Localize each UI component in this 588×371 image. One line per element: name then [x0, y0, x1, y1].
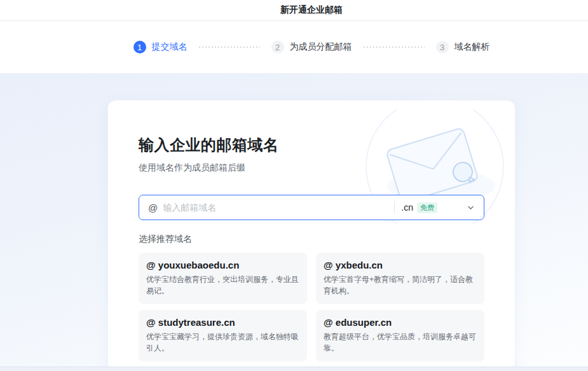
page: 新开通企业邮箱 1 提交域名 2 为成员分配邮箱 3 域名解析: [0, 0, 588, 371]
step-2-number: 2: [271, 41, 284, 53]
stepper-dotted-connector: [199, 46, 260, 48]
recommend-domain: @ studytreasure.cn: [146, 317, 299, 328]
domain-setup-card: 输入企业的邮箱域名 使用域名作为成员邮箱后缀 @ .cn 免费: [108, 101, 515, 371]
horizontal-scrollbar[interactable]: [0, 367, 588, 371]
top-bar: 新开通企业邮箱: [0, 0, 588, 21]
recommend-card-studytreasure[interactable]: @ studytreasure.cn 优学宝宝藏学习，提供珍贵资源，域名独特吸引…: [139, 310, 307, 361]
at-symbol: @: [148, 202, 158, 213]
domain-input-group: @ .cn 免费: [139, 195, 484, 220]
recommend-label: 选择推荐域名: [139, 234, 484, 245]
step-1-label: 提交域名: [152, 41, 188, 53]
recommend-grid: @ youxuebaoedu.cn 优学宝结合教育行业，突出培训服务，专业且易记…: [139, 253, 484, 361]
card-title: 输入企业的邮箱域名: [139, 135, 484, 155]
card-subtitle: 使用域名作为成员邮箱后缀: [139, 162, 484, 174]
recommend-description: 教育超级平台，优学宝品质，培训服务卓越可靠。: [324, 331, 477, 354]
recommend-description: 优学宝宝藏学习，提供珍贵资源，域名独特吸引人。: [146, 331, 299, 354]
recommend-description: 优学宝结合教育行业，突出培训服务，专业且易记。: [146, 274, 299, 297]
chevron-down-icon[interactable]: [467, 204, 475, 212]
main-area: 输入企业的邮箱域名 使用域名作为成员邮箱后缀 @ .cn 免费: [0, 73, 588, 371]
input-divider: [394, 201, 395, 214]
stepper-step-3: 3 域名解析: [436, 41, 490, 53]
stepper-step-1: 1 提交域名: [133, 41, 188, 53]
recommend-card-edusuper[interactable]: @ edusuper.cn 教育超级平台，优学宝品质，培训服务卓越可靠。: [316, 310, 484, 361]
recommend-domain: @ yxbedu.cn: [324, 260, 477, 270]
wizard-stepper: 1 提交域名 2 为成员分配邮箱 3 域名解析: [0, 21, 588, 73]
recommend-card-yxbedu[interactable]: @ yxbedu.cn 优学宝首字母+教育缩写，简洁明了，适合教育机构。: [316, 253, 484, 304]
step-2-label: 为成员分配邮箱: [290, 41, 352, 53]
page-title: 新开通企业邮箱: [280, 4, 343, 16]
recommend-card-youxuebaoedu[interactable]: @ youxuebaoedu.cn 优学宝结合教育行业，突出培训服务，专业且易记…: [139, 253, 307, 304]
domain-input[interactable]: [163, 202, 388, 213]
stepper-step-2: 2 为成员分配邮箱: [271, 41, 352, 53]
step-1-number: 1: [133, 41, 146, 53]
recommend-description: 优学宝首字母+教育缩写，简洁明了，适合教育机构。: [324, 274, 477, 297]
recommend-domain: @ youxuebaoedu.cn: [146, 260, 299, 270]
recommend-domain: @ edusuper.cn: [324, 317, 477, 328]
stepper-dotted-connector: [364, 46, 425, 48]
step-3-label: 域名解析: [455, 41, 490, 53]
tld-selector[interactable]: .cn 免费: [401, 202, 475, 213]
free-badge: 免费: [417, 202, 437, 213]
tld-value: .cn: [401, 202, 413, 213]
step-3-number: 3: [436, 41, 449, 53]
